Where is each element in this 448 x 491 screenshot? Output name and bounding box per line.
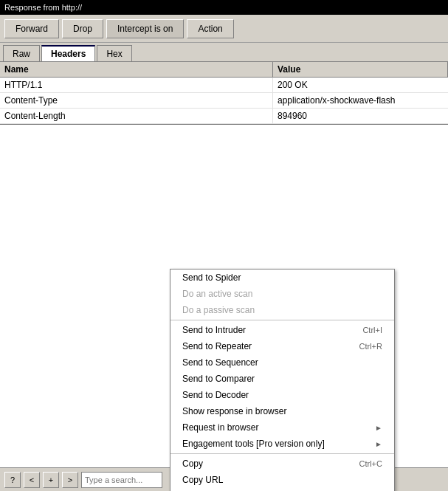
tab-raw[interactable]: Raw [3,45,40,61]
row-2-value: application/x-shockwave-flash [273,93,448,108]
intercept-button[interactable]: Intercept is on [106,19,184,38]
menu-send-to-intruder[interactable]: Send to Intruder Ctrl+I [170,322,394,338]
menu-copy-as-curl[interactable]: Copy as curl command [170,488,394,491]
content-area: Send to Spider Do an active scan Do a pa… [0,125,448,491]
forward-button[interactable]: Forward [4,19,59,38]
menu-separator [170,453,394,454]
menu-send-to-repeater[interactable]: Send to Repeater Ctrl+R [170,338,394,354]
menu-passive-scan: Do a passive scan [170,302,394,318]
context-menu: Send to Spider Do an active scan Do a pa… [170,269,395,491]
menu-copy-url[interactable]: Copy URL [170,472,394,488]
menu-send-to-decoder[interactable]: Send to Decoder [170,387,394,403]
menu-send-to-spider[interactable]: Send to Spider [170,269,394,286]
action-button[interactable]: Action [187,19,233,38]
drop-button[interactable]: Drop [62,19,103,38]
next-button[interactable]: > [62,472,78,488]
add-button[interactable]: + [43,472,59,488]
menu-request-in-browser[interactable]: Request in browser ► [170,419,394,436]
submenu-arrow: ► [375,440,382,448]
toolbar: Forward Drop Intercept is on Action [0,15,448,43]
table-row: HTTP/1.1 200 OK [0,78,448,93]
help-button[interactable]: ? [4,472,21,488]
row-1-name: HTTP/1.1 [0,78,273,92]
header-name: Name [0,62,273,77]
menu-separator [170,320,394,320]
table-row: Content-Type application/x-shockwave-fla… [0,93,448,109]
menu-show-response-in-browser[interactable]: Show response in browser [170,403,394,419]
tabs-bar: Raw Headers Hex [0,43,448,62]
tab-hex[interactable]: Hex [97,45,131,61]
menu-send-to-comparer[interactable]: Send to Comparer [170,371,394,387]
menu-active-scan: Do an active scan [170,286,394,302]
search-input[interactable] [81,472,162,488]
row-3-value: 894960 [273,109,448,123]
back-button[interactable]: < [24,472,40,488]
tab-headers[interactable]: Headers [41,45,95,61]
main-wrapper: Response from http:// Forward Drop Inter… [0,0,448,491]
title-bar: Response from http:// [0,0,448,15]
headers-table: Name Value HTTP/1.1 200 OK Content-Type … [0,62,448,125]
menu-send-to-sequencer[interactable]: Send to Sequencer [170,354,394,371]
row-3-name: Content-Length [0,109,273,123]
row-1-value: 200 OK [273,78,448,92]
table-header-row: Name Value [0,62,448,78]
table-row: Content-Length 894960 [0,109,448,124]
title-text: Response from http:// [4,3,82,12]
menu-copy[interactable]: Copy Ctrl+C [170,456,394,472]
menu-engagement-tools[interactable]: Engagement tools [Pro version only] ► [170,436,394,452]
row-2-name: Content-Type [0,93,273,108]
submenu-arrow: ► [375,424,382,432]
header-value: Value [273,62,448,77]
